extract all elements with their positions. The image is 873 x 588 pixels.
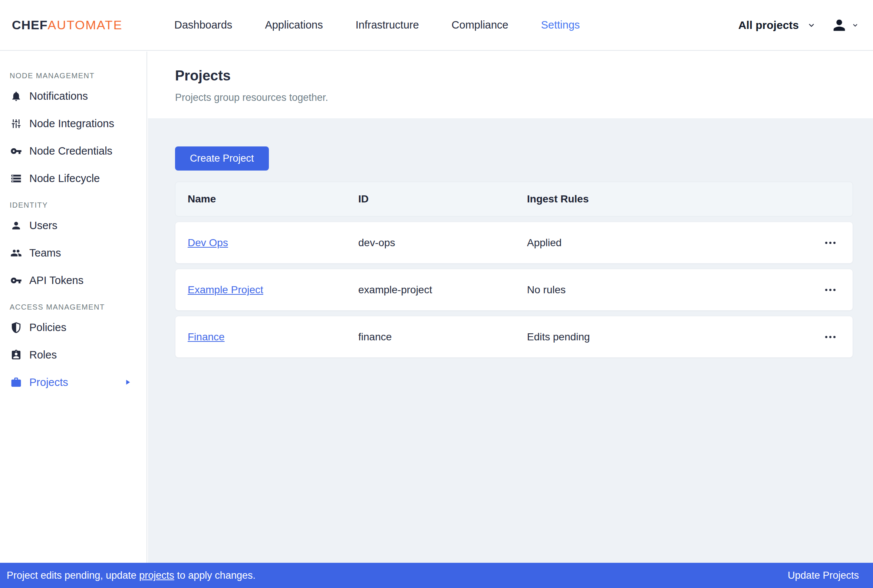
top-navigation-bar: CHEFAUTOMATE Dashboards Applications Inf… [0, 0, 873, 51]
sidebar-item-label: Node Lifecycle [29, 172, 100, 184]
sidebar-item-policies[interactable]: Policies [0, 314, 147, 341]
banner-message-prefix: Project edits pending, update [7, 570, 139, 581]
ingest-rules-status: Edits pending [527, 331, 804, 343]
ellipsis-icon[interactable] [823, 332, 838, 343]
briefcase-icon [10, 376, 22, 388]
sliders-icon [10, 118, 22, 129]
sidebar-item-projects[interactable]: Projects [0, 369, 147, 396]
sidebar-item-teams[interactable]: Teams [0, 239, 147, 267]
chevron-down-icon [852, 21, 859, 29]
nav-tabs: Dashboards Applications Infrastructure C… [174, 19, 580, 31]
storage-icon [10, 173, 22, 184]
sidebar-item-label: API Tokens [29, 274, 84, 286]
tab-compliance[interactable]: Compliance [452, 19, 508, 31]
project-id: dev-ops [358, 237, 527, 249]
project-link-dev-ops[interactable]: Dev Ops [188, 237, 228, 248]
sidebar-section-identity: IDENTITY [10, 201, 147, 210]
column-header-id: ID [358, 193, 527, 205]
sidebar-section-node-management: NODE MANAGEMENT [10, 72, 147, 80]
people-icon [10, 247, 22, 259]
update-projects-button[interactable]: Update Projects [788, 570, 859, 581]
ellipsis-icon[interactable] [823, 284, 838, 296]
projects-filter-label: All projects [738, 19, 799, 32]
sidebar-item-label: Node Credentials [29, 145, 112, 157]
bell-icon [10, 90, 22, 102]
sidebar-item-node-integrations[interactable]: Node Integrations [0, 110, 147, 137]
ellipsis-icon[interactable] [823, 237, 838, 248]
table-row: Dev Ops dev-ops Applied [175, 222, 853, 264]
column-header-name: Name [188, 193, 358, 205]
project-link-example-project[interactable]: Example Project [188, 284, 263, 296]
project-id: finance [358, 331, 527, 343]
key-icon [10, 146, 22, 157]
user-avatar-icon [831, 16, 848, 34]
banner-message: Project edits pending, update projects t… [7, 570, 255, 581]
logo-automate: AUTOMATE [48, 18, 123, 32]
sidebar-item-notifications[interactable]: Notifications [0, 82, 147, 110]
page-title: Projects [175, 68, 873, 84]
pending-edits-banner: Project edits pending, update projects t… [0, 563, 873, 588]
create-project-button[interactable]: Create Project [175, 147, 269, 171]
badge-icon [10, 349, 22, 361]
sidebar-item-label: Node Integrations [29, 117, 114, 130]
sidebar-item-node-credentials[interactable]: Node Credentials [0, 137, 147, 165]
sidebar-item-label: Projects [29, 376, 68, 388]
sidebar-item-label: Policies [29, 321, 66, 334]
projects-filter-dropdown[interactable]: All projects [738, 19, 816, 32]
page-subtitle: Projects group resources together. [175, 92, 873, 104]
person-icon [10, 220, 22, 231]
sidebar-item-node-lifecycle[interactable]: Node Lifecycle [0, 165, 147, 192]
settings-sidebar: NODE MANAGEMENT Notifications Node Integ… [0, 51, 147, 563]
sidebar-item-users[interactable]: Users [0, 212, 147, 239]
sidebar-item-api-tokens[interactable]: API Tokens [0, 267, 147, 294]
banner-message-suffix: to apply changes. [174, 570, 255, 581]
banner-projects-link[interactable]: projects [139, 570, 174, 581]
sidebar-item-label: Teams [29, 247, 61, 259]
shield-icon [10, 322, 22, 333]
project-id: example-project [358, 284, 527, 296]
tab-applications[interactable]: Applications [265, 19, 322, 31]
key-icon [10, 275, 22, 286]
chevron-down-icon [807, 21, 816, 30]
main-content: Projects Projects group resources togeth… [148, 51, 873, 563]
play-arrow-icon[interactable] [123, 378, 132, 386]
project-link-finance[interactable]: Finance [188, 331, 225, 343]
nav-right-controls: All projects [738, 16, 859, 34]
ingest-rules-status: Applied [527, 237, 804, 249]
sidebar-item-roles[interactable]: Roles [0, 341, 147, 369]
page-header: Projects Projects group resources togeth… [148, 51, 873, 118]
sidebar-item-label: Roles [29, 349, 57, 361]
user-menu[interactable] [831, 16, 859, 34]
tab-infrastructure[interactable]: Infrastructure [356, 19, 419, 31]
ingest-rules-status: No rules [527, 284, 804, 296]
chef-automate-logo[interactable]: CHEFAUTOMATE [12, 18, 122, 32]
projects-content: Create Project Name ID Ingest Rules Dev … [148, 118, 873, 358]
sidebar-item-label: Notifications [29, 90, 88, 102]
tab-settings[interactable]: Settings [541, 19, 580, 31]
sidebar-section-access-management: ACCESS MANAGEMENT [10, 303, 147, 311]
table-header-row: Name ID Ingest Rules [175, 182, 853, 216]
table-row: Example Project example-project No rules [175, 269, 853, 310]
projects-table: Name ID Ingest Rules Dev Ops dev-ops App… [175, 182, 853, 358]
sidebar-item-label: Users [29, 219, 57, 232]
tab-dashboards[interactable]: Dashboards [174, 19, 232, 31]
logo-chef: CHEF [12, 18, 48, 32]
table-row: Finance finance Edits pending [175, 316, 853, 358]
column-header-ingest-rules: Ingest Rules [527, 193, 804, 205]
